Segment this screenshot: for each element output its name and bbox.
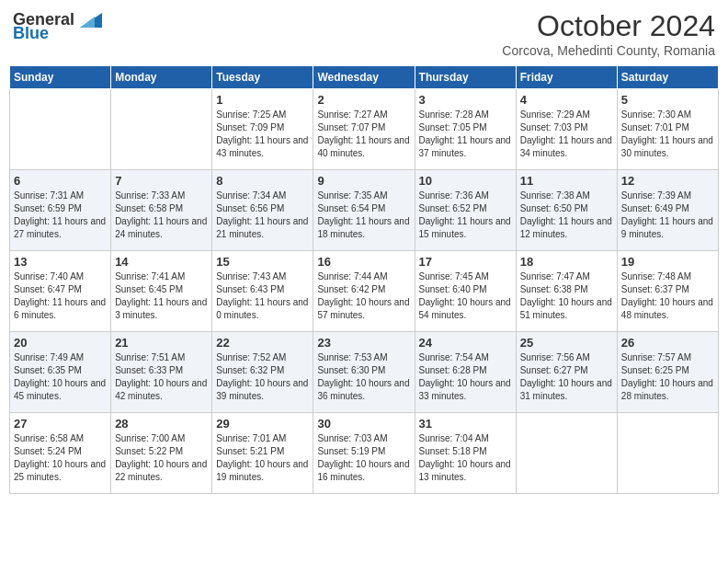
day-number: 12 bbox=[621, 174, 714, 188]
calendar-cell: 30Sunrise: 7:03 AM Sunset: 5:19 PM Dayli… bbox=[313, 413, 415, 494]
cell-content: Sunrise: 7:28 AM Sunset: 7:05 PM Dayligh… bbox=[419, 109, 512, 160]
day-number: 31 bbox=[419, 417, 512, 431]
logo: General Blue bbox=[13, 9, 102, 43]
cell-content: Sunrise: 7:34 AM Sunset: 6:56 PM Dayligh… bbox=[216, 190, 309, 241]
calendar-cell: 25Sunrise: 7:56 AM Sunset: 6:27 PM Dayli… bbox=[516, 332, 617, 413]
calendar-cell: 11Sunrise: 7:38 AM Sunset: 6:50 PM Dayli… bbox=[516, 170, 617, 251]
title-area: October 2024 Corcova, Mehedinti County, … bbox=[502, 9, 715, 58]
day-number: 1 bbox=[216, 93, 309, 107]
calendar-cell: 14Sunrise: 7:41 AM Sunset: 6:45 PM Dayli… bbox=[111, 251, 212, 332]
day-number: 17 bbox=[419, 255, 512, 269]
day-number: 22 bbox=[216, 336, 309, 350]
month-title: October 2024 bbox=[502, 9, 715, 43]
cell-content: Sunrise: 7:38 AM Sunset: 6:50 PM Dayligh… bbox=[520, 190, 613, 241]
day-number: 13 bbox=[14, 255, 107, 269]
day-number: 10 bbox=[419, 174, 512, 188]
cell-content: Sunrise: 7:41 AM Sunset: 6:45 PM Dayligh… bbox=[115, 270, 208, 322]
cell-content: Sunrise: 7:47 AM Sunset: 6:38 PM Dayligh… bbox=[520, 270, 613, 322]
calendar-cell: 13Sunrise: 7:40 AM Sunset: 6:47 PM Dayli… bbox=[10, 251, 111, 332]
calendar-cell: 28Sunrise: 7:00 AM Sunset: 5:22 PM Dayli… bbox=[111, 413, 212, 494]
cell-content: Sunrise: 7:51 AM Sunset: 6:33 PM Dayligh… bbox=[115, 351, 208, 403]
calendar-cell: 12Sunrise: 7:39 AM Sunset: 6:49 PM Dayli… bbox=[617, 170, 718, 251]
day-number: 20 bbox=[14, 336, 107, 350]
calendar-cell bbox=[10, 89, 111, 170]
day-header: Thursday bbox=[415, 66, 516, 89]
day-header: Friday bbox=[516, 66, 617, 89]
calendar-cell: 23Sunrise: 7:53 AM Sunset: 6:30 PM Dayli… bbox=[313, 332, 415, 413]
cell-content: Sunrise: 7:44 AM Sunset: 6:42 PM Dayligh… bbox=[317, 270, 410, 322]
day-number: 23 bbox=[317, 336, 410, 350]
day-number: 7 bbox=[115, 174, 208, 188]
cell-content: Sunrise: 7:33 AM Sunset: 6:58 PM Dayligh… bbox=[115, 190, 208, 241]
calendar-cell: 19Sunrise: 7:48 AM Sunset: 6:37 PM Dayli… bbox=[617, 251, 718, 332]
day-header: Monday bbox=[111, 66, 212, 89]
cell-content: Sunrise: 7:48 AM Sunset: 6:37 PM Dayligh… bbox=[621, 270, 714, 322]
cell-content: Sunrise: 7:30 AM Sunset: 7:01 PM Dayligh… bbox=[621, 109, 714, 160]
calendar-cell: 24Sunrise: 7:54 AM Sunset: 6:28 PM Dayli… bbox=[415, 332, 516, 413]
calendar-cell: 26Sunrise: 7:57 AM Sunset: 6:25 PM Dayli… bbox=[617, 332, 718, 413]
calendar-cell: 16Sunrise: 7:44 AM Sunset: 6:42 PM Dayli… bbox=[313, 251, 415, 332]
cell-content: Sunrise: 7:31 AM Sunset: 6:59 PM Dayligh… bbox=[14, 190, 107, 241]
calendar-cell: 4Sunrise: 7:29 AM Sunset: 7:03 PM Daylig… bbox=[516, 89, 617, 170]
calendar-cell: 9Sunrise: 7:35 AM Sunset: 6:54 PM Daylig… bbox=[313, 170, 415, 251]
calendar-cell: 5Sunrise: 7:30 AM Sunset: 7:01 PM Daylig… bbox=[617, 89, 718, 170]
calendar-cell: 22Sunrise: 7:52 AM Sunset: 6:32 PM Dayli… bbox=[212, 332, 313, 413]
day-number: 21 bbox=[115, 336, 208, 350]
cell-content: Sunrise: 6:58 AM Sunset: 5:24 PM Dayligh… bbox=[14, 432, 107, 484]
cell-content: Sunrise: 7:45 AM Sunset: 6:40 PM Dayligh… bbox=[419, 270, 512, 322]
cell-content: Sunrise: 7:36 AM Sunset: 6:52 PM Dayligh… bbox=[419, 190, 512, 241]
cell-content: Sunrise: 7:40 AM Sunset: 6:47 PM Dayligh… bbox=[14, 270, 107, 322]
day-number: 18 bbox=[520, 255, 613, 269]
day-number: 27 bbox=[14, 417, 107, 431]
day-number: 19 bbox=[621, 255, 714, 269]
logo-icon bbox=[76, 9, 102, 29]
calendar-cell bbox=[516, 413, 617, 494]
day-number: 11 bbox=[520, 174, 613, 188]
cell-content: Sunrise: 7:56 AM Sunset: 6:27 PM Dayligh… bbox=[520, 351, 613, 403]
calendar-cell: 10Sunrise: 7:36 AM Sunset: 6:52 PM Dayli… bbox=[415, 170, 516, 251]
calendar-cell: 18Sunrise: 7:47 AM Sunset: 6:38 PM Dayli… bbox=[516, 251, 617, 332]
calendar-cell: 7Sunrise: 7:33 AM Sunset: 6:58 PM Daylig… bbox=[111, 170, 212, 251]
cell-content: Sunrise: 7:27 AM Sunset: 7:07 PM Dayligh… bbox=[317, 109, 410, 160]
cell-content: Sunrise: 7:53 AM Sunset: 6:30 PM Dayligh… bbox=[317, 351, 410, 403]
location-subtitle: Corcova, Mehedinti County, Romania bbox=[502, 43, 715, 58]
calendar-cell bbox=[617, 413, 718, 494]
calendar-cell: 17Sunrise: 7:45 AM Sunset: 6:40 PM Dayli… bbox=[415, 251, 516, 332]
day-header: Saturday bbox=[617, 66, 718, 89]
day-number: 28 bbox=[115, 417, 208, 431]
calendar-cell: 31Sunrise: 7:04 AM Sunset: 5:18 PM Dayli… bbox=[415, 413, 516, 494]
cell-content: Sunrise: 7:01 AM Sunset: 5:21 PM Dayligh… bbox=[216, 432, 309, 484]
day-number: 30 bbox=[317, 417, 410, 431]
day-number: 14 bbox=[115, 255, 208, 269]
cell-content: Sunrise: 7:35 AM Sunset: 6:54 PM Dayligh… bbox=[317, 190, 410, 241]
svg-marker-1 bbox=[80, 17, 95, 28]
cell-content: Sunrise: 7:54 AM Sunset: 6:28 PM Dayligh… bbox=[419, 351, 512, 403]
calendar-cell: 3Sunrise: 7:28 AM Sunset: 7:05 PM Daylig… bbox=[415, 89, 516, 170]
day-number: 26 bbox=[621, 336, 714, 350]
day-number: 15 bbox=[216, 255, 309, 269]
cell-content: Sunrise: 7:25 AM Sunset: 7:09 PM Dayligh… bbox=[216, 109, 309, 160]
day-number: 6 bbox=[14, 174, 107, 188]
calendar-cell: 6Sunrise: 7:31 AM Sunset: 6:59 PM Daylig… bbox=[10, 170, 111, 251]
calendar-cell: 20Sunrise: 7:49 AM Sunset: 6:35 PM Dayli… bbox=[10, 332, 111, 413]
day-number: 16 bbox=[317, 255, 410, 269]
day-header: Tuesday bbox=[212, 66, 313, 89]
calendar-table: SundayMondayTuesdayWednesdayThursdayFrid… bbox=[9, 65, 719, 494]
calendar-cell: 15Sunrise: 7:43 AM Sunset: 6:43 PM Dayli… bbox=[212, 251, 313, 332]
cell-content: Sunrise: 7:39 AM Sunset: 6:49 PM Dayligh… bbox=[621, 190, 714, 241]
cell-content: Sunrise: 7:00 AM Sunset: 5:22 PM Dayligh… bbox=[115, 432, 208, 484]
calendar-cell: 2Sunrise: 7:27 AM Sunset: 7:07 PM Daylig… bbox=[313, 89, 415, 170]
day-number: 4 bbox=[520, 93, 613, 107]
day-number: 2 bbox=[317, 93, 410, 107]
day-header: Sunday bbox=[10, 66, 111, 89]
day-number: 5 bbox=[621, 93, 714, 107]
calendar-cell: 29Sunrise: 7:01 AM Sunset: 5:21 PM Dayli… bbox=[212, 413, 313, 494]
calendar-cell: 27Sunrise: 6:58 AM Sunset: 5:24 PM Dayli… bbox=[10, 413, 111, 494]
calendar-cell: 21Sunrise: 7:51 AM Sunset: 6:33 PM Dayli… bbox=[111, 332, 212, 413]
cell-content: Sunrise: 7:43 AM Sunset: 6:43 PM Dayligh… bbox=[216, 270, 309, 322]
day-number: 24 bbox=[419, 336, 512, 350]
page-header: General Blue October 2024 Corcova, Mehed… bbox=[9, 9, 719, 58]
day-number: 25 bbox=[520, 336, 613, 350]
cell-content: Sunrise: 7:29 AM Sunset: 7:03 PM Dayligh… bbox=[520, 109, 613, 160]
day-number: 8 bbox=[216, 174, 309, 188]
